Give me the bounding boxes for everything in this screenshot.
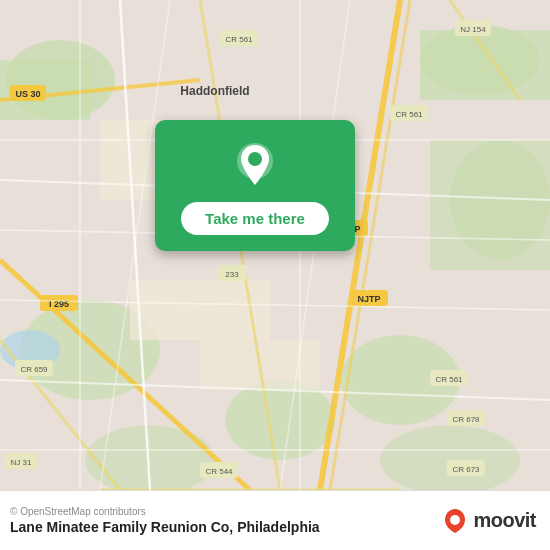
cta-card: Take me there [155, 120, 355, 251]
svg-point-48 [450, 515, 460, 525]
svg-text:CR 544: CR 544 [205, 467, 233, 476]
location-pin-icon [230, 140, 280, 190]
svg-text:CR 561: CR 561 [395, 110, 423, 119]
moovit-brand-text: moovit [473, 509, 536, 532]
svg-text:CR 659: CR 659 [20, 365, 48, 374]
svg-text:NJTP: NJTP [357, 294, 380, 304]
location-name: Lane Minatee Family Reunion Co, Philadel… [10, 519, 320, 535]
svg-rect-6 [430, 140, 550, 270]
svg-text:233: 233 [225, 270, 239, 279]
svg-text:NJ 31: NJ 31 [11, 458, 32, 467]
map-attribution: © OpenStreetMap contributors [10, 506, 320, 517]
svg-point-47 [248, 152, 262, 166]
moovit-pin-icon [441, 507, 469, 535]
svg-text:US 30: US 30 [15, 89, 40, 99]
svg-text:CR 561: CR 561 [225, 35, 253, 44]
svg-rect-4 [420, 30, 550, 100]
map-container: NJTP NJTP I 295 US 30 CR 561 CR 561 CR 5… [0, 0, 550, 490]
svg-text:CR 673: CR 673 [452, 465, 480, 474]
take-me-there-button[interactable]: Take me there [181, 202, 329, 235]
bottom-left-info: © OpenStreetMap contributors Lane Minate… [10, 506, 320, 535]
svg-text:CR 678: CR 678 [452, 415, 480, 424]
svg-text:CR 561: CR 561 [435, 375, 463, 384]
svg-rect-14 [130, 280, 270, 340]
moovit-logo: moovit [441, 507, 536, 535]
svg-text:NJ 154: NJ 154 [460, 25, 486, 34]
svg-text:Haddonfield: Haddonfield [180, 84, 249, 98]
bottom-bar: © OpenStreetMap contributors Lane Minate… [0, 490, 550, 550]
